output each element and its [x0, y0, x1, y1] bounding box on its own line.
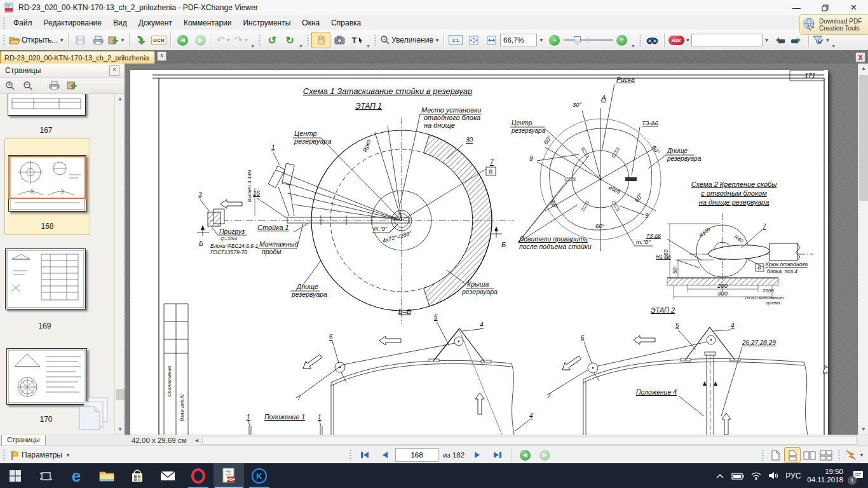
language-indicator[interactable]: РУС: [785, 471, 801, 480]
go-back-button[interactable]: ◀: [173, 32, 191, 48]
toolbar-overflow-icon[interactable]: ▼: [631, 44, 635, 48]
close-button[interactable]: ×: [839, 0, 868, 15]
ask-button[interactable]: Ask ▼: [667, 32, 692, 48]
store-button[interactable]: [122, 463, 153, 488]
thumb-export-button[interactable]: [64, 79, 79, 92]
last-page-button[interactable]: [489, 447, 506, 463]
print-button[interactable]: [89, 32, 107, 48]
thumbnail-selected-wrap[interactable]: 168: [4, 139, 90, 235]
task-view-button[interactable]: [31, 463, 61, 488]
zoom-tool-button[interactable]: + Увеличение ▼: [379, 32, 441, 48]
menu-tools[interactable]: Инструменты: [237, 17, 296, 29]
fit-page-button[interactable]: [465, 32, 482, 48]
tab-close-icon[interactable]: x: [157, 51, 166, 61]
tray-chevron-icon[interactable]: [715, 472, 725, 480]
continuous-page-button[interactable]: [784, 447, 801, 463]
hand-tool-button[interactable]: [311, 32, 330, 48]
redo-button[interactable]: ↷▼: [233, 32, 250, 48]
thumbnail-page-167[interactable]: [8, 94, 86, 116]
facing-pages-button[interactable]: [802, 448, 817, 462]
fit-width-button[interactable]: [482, 32, 500, 48]
close-document-icon[interactable]: x: [855, 52, 865, 62]
menu-document[interactable]: Документ: [133, 17, 178, 29]
options-drag-handle[interactable]: [3, 449, 6, 461]
save-button[interactable]: [71, 32, 89, 48]
search-button[interactable]: [644, 32, 661, 48]
actual-size-button[interactable]: 1:1: [447, 32, 465, 48]
menu-edit[interactable]: Редактирование: [38, 17, 107, 29]
thumb-zoom-in-button[interactable]: +: [3, 79, 18, 92]
thumb-print-button[interactable]: [46, 79, 62, 92]
rotate-cw-button[interactable]: ↻: [281, 32, 299, 48]
volume-icon[interactable]: [768, 471, 779, 480]
document-tab[interactable]: RD-23_020_00-KTN-170-13_ch_2_prilozhenia: [0, 51, 155, 64]
document-page[interactable]: 171 Согласовано Взам.инв.N Схема 1 Затас…: [130, 70, 828, 435]
panel-close-icon[interactable]: ×: [109, 65, 119, 76]
zoom-level-combobox[interactable]: 66,7%: [500, 34, 537, 46]
menu-windows[interactable]: Окна: [296, 17, 325, 29]
hscroll-left-icon[interactable]: ◄: [193, 436, 201, 445]
export-button[interactable]: ▼: [107, 32, 126, 48]
doc-scroll-up-icon[interactable]: ▲: [859, 64, 868, 73]
multiple-pages-button[interactable]: [818, 448, 834, 462]
restore-button[interactable]: [811, 0, 839, 15]
menu-drag-handle[interactable]: [3, 17, 6, 29]
k-app-button[interactable]: K: [244, 463, 275, 488]
horizontal-scrollbar[interactable]: [202, 436, 857, 445]
send-button[interactable]: [132, 32, 150, 48]
thumb-zoom-out-button[interactable]: −: [20, 79, 36, 92]
menu-view[interactable]: Вид: [107, 17, 133, 29]
go-forward-button[interactable]: ▶: [191, 32, 209, 48]
menu-help[interactable]: Справка: [325, 17, 367, 29]
zoom-in-button[interactable]: +: [613, 32, 631, 48]
history-forward-button[interactable]: ▶: [536, 447, 553, 463]
zoom-slider[interactable]: [564, 34, 613, 46]
toolbar-drag-handle[interactable]: [306, 34, 309, 46]
rotate-ccw-button[interactable]: ↺: [263, 32, 281, 48]
undo-button[interactable]: ↶▼: [215, 32, 233, 48]
thumbnail-page-169[interactable]: [5, 248, 86, 309]
mail-button[interactable]: [153, 463, 183, 488]
search-history-caret-icon[interactable]: ▼: [764, 37, 769, 43]
menu-file[interactable]: Файл: [8, 17, 38, 29]
toolbar-overflow-icon[interactable]: ▼: [299, 44, 303, 48]
toolbar-drag-handle[interactable]: [639, 34, 642, 46]
minimize-button[interactable]: —: [782, 0, 811, 15]
toolbar-overflow-icon[interactable]: ▼: [366, 44, 370, 48]
open-button[interactable]: Открыть... ▼: [8, 32, 65, 48]
toolbar-overflow-icon[interactable]: ▼: [250, 44, 255, 48]
pdf-xchange-button[interactable]: PDF: [214, 463, 244, 488]
options-caret-icon[interactable]: ▼: [65, 452, 71, 458]
edge-button[interactable]: e: [61, 463, 92, 488]
page-number-input[interactable]: [395, 448, 438, 462]
next-page-button[interactable]: [469, 447, 487, 463]
zoom-flash-button[interactable]: ▼: [844, 447, 865, 463]
doc-scroll-down-icon[interactable]: ▼: [859, 425, 868, 434]
download-pdf-button[interactable]: Download PDF Creation Tools: [799, 14, 868, 35]
first-page-button[interactable]: [356, 447, 374, 463]
sidebar-scrollbar[interactable]: ▲ ▼: [114, 94, 125, 435]
previous-page-button[interactable]: [376, 447, 393, 463]
file-explorer-button[interactable]: [92, 463, 122, 488]
single-page-button[interactable]: [768, 448, 783, 462]
find-previous-button[interactable]: [770, 32, 788, 48]
select-text-button[interactable]: T: [348, 32, 366, 48]
start-button[interactable]: [0, 463, 31, 488]
layout-drag-handle[interactable]: [761, 449, 764, 461]
scroll-up-icon[interactable]: ▲: [116, 95, 125, 104]
zoom-slider-thumb[interactable]: [574, 36, 581, 45]
opera-button[interactable]: [183, 463, 214, 488]
ocr-button[interactable]: OCR: [150, 32, 168, 48]
doc-scroll-thumb[interactable]: [859, 75, 868, 201]
sidebar-scroll-thumb[interactable]: [116, 389, 125, 400]
options-button[interactable]: Параметры: [22, 451, 62, 459]
notification-button[interactable]: 1: [852, 470, 864, 482]
zoom-out-button[interactable]: −: [546, 32, 564, 48]
nav-drag-handle[interactable]: [349, 449, 352, 461]
battery-icon[interactable]: [731, 472, 744, 480]
toolbar-drag-handle[interactable]: [258, 34, 261, 46]
toolbar-drag-handle[interactable]: [374, 34, 377, 46]
history-back-button[interactable]: ◀: [516, 447, 534, 463]
scroll-down-icon[interactable]: ▼: [116, 425, 125, 434]
snapshot-button[interactable]: [330, 32, 348, 48]
